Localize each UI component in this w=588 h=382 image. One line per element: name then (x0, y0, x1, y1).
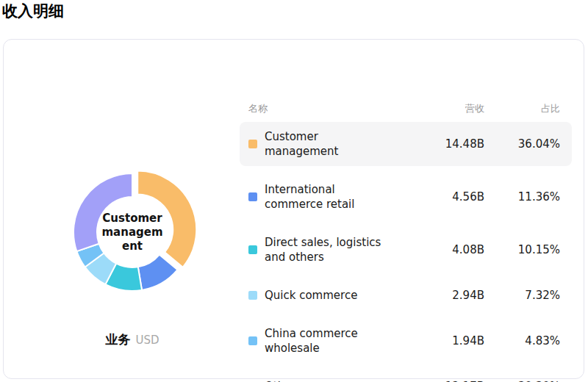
table-header-row: 名称 营收 占比 (240, 101, 572, 116)
series-name: Customer management (265, 129, 384, 159)
dimension-label: 业务 (105, 332, 130, 347)
revenue-card: Customer management 业务USD 名称 营收 占比 Custo… (3, 39, 584, 379)
table-row[interactable]: Customer management 14.48B 36.04% (240, 122, 572, 166)
series-share: 7.32% (484, 289, 560, 302)
series-color-swatch (248, 291, 257, 300)
header-name: 名称 (248, 102, 387, 115)
series-share: 36.04% (484, 137, 560, 151)
page-title: 收入明细 (2, 0, 64, 22)
series-name: Direct sales, logistics and others (265, 235, 384, 264)
series-color-swatch (248, 245, 257, 254)
series-share: 4.83% (484, 334, 560, 347)
table-body: Customer management 14.48B 36.04% Intern… (240, 122, 572, 382)
series-name: International commerce retail (265, 182, 384, 212)
table-row[interactable]: China commerce wholesale 1.94B 4.83% (240, 319, 572, 363)
table-row[interactable]: International commerce retail 4.56B 11.3… (240, 175, 572, 219)
series-share: 10.15% (484, 243, 560, 256)
table-row[interactable]: Quick commerce 2.94B 7.32% (240, 281, 572, 310)
series-color-swatch (248, 336, 257, 345)
header-share: 占比 (484, 102, 560, 115)
series-name: Quick commerce (265, 288, 384, 303)
revenue-detail-panel: 收入明细 Customer management 业务USD 名称 营收 占比 … (0, 0, 588, 382)
series-revenue: 14.48B (384, 137, 484, 151)
series-revenue: 4.56B (384, 190, 484, 203)
table-row[interactable]: Direct sales, logistics and others 4.08B… (240, 228, 572, 272)
header-revenue: 营收 (387, 102, 484, 115)
series-revenue: 4.08B (384, 243, 484, 256)
donut-center-label: Customer management (100, 212, 165, 253)
breakdown-table: 名称 营收 占比 Customer management 14.48B 36.0… (240, 101, 572, 382)
chart-footer: 业务USD (105, 331, 159, 348)
table-row[interactable]: Other 12.17B 30.30% (240, 372, 572, 382)
series-name: Other (265, 379, 384, 382)
unit-label: USD (135, 334, 159, 347)
series-name: China commerce wholesale (265, 326, 384, 356)
series-revenue: 2.94B (384, 289, 484, 302)
series-color-swatch (248, 140, 257, 148)
series-share: 11.36% (484, 190, 560, 203)
donut-segment[interactable] (138, 255, 178, 290)
series-revenue: 1.94B (384, 334, 484, 347)
series-color-swatch (248, 192, 257, 201)
